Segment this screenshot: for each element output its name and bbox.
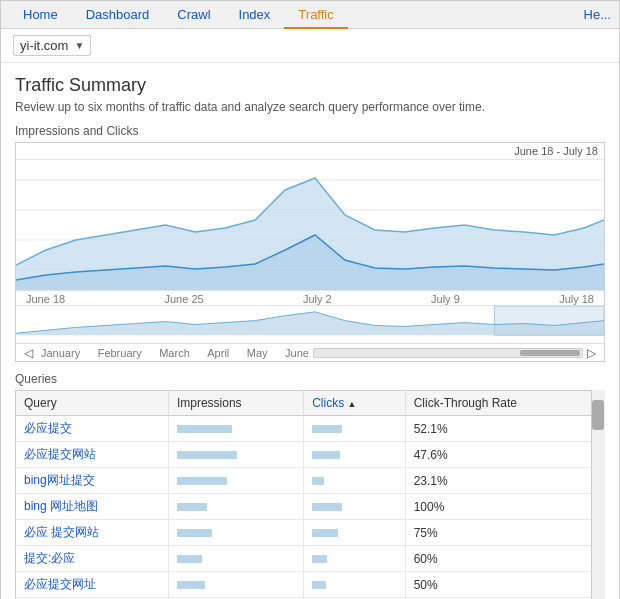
impressions-cell	[168, 442, 303, 468]
nav-chart[interactable]	[16, 305, 604, 343]
clicks-bar	[312, 581, 326, 589]
nav-label-feb: February	[98, 347, 142, 359]
site-selector-arrow: ▼	[74, 40, 84, 51]
query-link[interactable]: bing网址提交	[24, 473, 95, 487]
clicks-cell	[304, 494, 405, 520]
nav-home[interactable]: Home	[9, 1, 72, 29]
scroll-track[interactable]	[313, 348, 583, 358]
col-clicks[interactable]: Clicks ▲	[304, 391, 405, 416]
scroll-right-arrow[interactable]: ▷	[583, 345, 600, 361]
toolbar: yi-it.com ▼	[1, 29, 619, 63]
main-content: Traffic Summary Review up to six months …	[1, 63, 619, 599]
query-cell: 必应 提交网站	[16, 520, 169, 546]
clicks-cell	[304, 546, 405, 572]
table-scrollbar[interactable]	[591, 390, 605, 599]
impressions-cell	[168, 468, 303, 494]
queries-table: Query Impressions Clicks ▲ Click-Through…	[15, 390, 605, 599]
impressions-bar	[177, 477, 227, 485]
nav-dashboard[interactable]: Dashboard	[72, 1, 164, 29]
nav-crawl[interactable]: Crawl	[163, 1, 224, 29]
nav-chart-svg	[16, 306, 604, 343]
clicks-cell	[304, 572, 405, 598]
queries-table-wrapper: Query Impressions Clicks ▲ Click-Through…	[15, 390, 605, 599]
chart-date-range: June 18 - July 18	[16, 143, 604, 160]
query-link[interactable]: 必应提交网址	[24, 577, 96, 591]
query-cell: bing 网址地图	[16, 494, 169, 520]
page-description: Review up to six months of traffic data …	[15, 100, 605, 114]
site-name: yi-it.com	[20, 38, 68, 53]
table-row: 提交:必应60%	[16, 546, 605, 572]
impressions-bar	[177, 503, 207, 511]
ctr-cell: 50%	[405, 572, 604, 598]
col-impressions: Impressions	[168, 391, 303, 416]
ctr-cell: 23.1%	[405, 468, 604, 494]
chart-container: June 18 - July 18 June 18	[15, 142, 605, 362]
impressions-cell	[168, 416, 303, 442]
site-selector[interactable]: yi-it.com ▼	[13, 35, 91, 56]
ctr-cell: 100%	[405, 494, 604, 520]
clicks-cell	[304, 468, 405, 494]
query-cell: bing网址提交	[16, 468, 169, 494]
impressions-bar	[177, 581, 205, 589]
query-cell: 提交:必应	[16, 546, 169, 572]
queries-label: Queries	[15, 372, 605, 386]
nav-label-jan: January	[41, 347, 80, 359]
nav-label-mar: March	[159, 347, 190, 359]
clicks-bar	[312, 503, 342, 511]
clicks-cell	[304, 416, 405, 442]
nav-index[interactable]: Index	[225, 1, 285, 29]
query-link[interactable]: 必应提交网站	[24, 447, 96, 461]
impressions-cell	[168, 546, 303, 572]
impressions-bar	[177, 529, 212, 537]
query-cell: 必应提交网址	[16, 572, 169, 598]
nav-label-apr: April	[207, 347, 229, 359]
chart-x-labels: June 18 June 25 July 2 July 9 July 18	[16, 290, 604, 305]
impressions-cell	[168, 520, 303, 546]
top-navigation: Home Dashboard Crawl Index Traffic He...	[1, 1, 619, 29]
impressions-bar	[177, 425, 232, 433]
table-row: 必应提交52.1%	[16, 416, 605, 442]
scroll-left-arrow[interactable]: ◁	[20, 345, 37, 361]
clicks-bar	[312, 451, 340, 459]
clicks-bar	[312, 529, 338, 537]
col-ctr: Click-Through Rate	[405, 391, 604, 416]
table-row: 必应 提交网站75%	[16, 520, 605, 546]
x-label-3: July 9	[431, 293, 460, 305]
col-query: Query	[16, 391, 169, 416]
ctr-cell: 75%	[405, 520, 604, 546]
table-row: bing网址提交23.1%	[16, 468, 605, 494]
query-link[interactable]: 提交:必应	[24, 551, 75, 565]
clicks-bar	[312, 555, 327, 563]
table-scrollbar-thumb[interactable]	[592, 400, 604, 430]
main-chart-svg	[16, 160, 604, 290]
x-label-1: June 25	[164, 293, 203, 305]
table-row: 必应提交网址50%	[16, 572, 605, 598]
table-row: bing 网址地图100%	[16, 494, 605, 520]
table-header-row: Query Impressions Clicks ▲ Click-Through…	[16, 391, 605, 416]
clicks-bar	[312, 477, 324, 485]
ctr-cell: 52.1%	[405, 416, 604, 442]
scroll-thumb[interactable]	[520, 350, 580, 356]
nav-label-jun: June	[285, 347, 309, 359]
page-title: Traffic Summary	[15, 75, 605, 96]
impressions-bar	[177, 451, 237, 459]
query-link[interactable]: 必应提交	[24, 421, 72, 435]
x-label-2: July 2	[303, 293, 332, 305]
clicks-sort-arrow: ▲	[348, 399, 357, 409]
nav-scroll-row: ◁ January February March April May June …	[16, 343, 604, 361]
nav-label-may: May	[247, 347, 268, 359]
help-link[interactable]: He...	[584, 7, 611, 22]
query-cell: 必应提交网站	[16, 442, 169, 468]
clicks-bar	[312, 425, 342, 433]
nav-traffic[interactable]: Traffic	[284, 1, 347, 29]
query-link[interactable]: bing 网址地图	[24, 499, 98, 513]
ctr-cell: 47.6%	[405, 442, 604, 468]
impressions-cell	[168, 572, 303, 598]
impressions-bar	[177, 555, 202, 563]
x-label-4: July 18	[559, 293, 594, 305]
clicks-cell	[304, 442, 405, 468]
table-row: 必应提交网站47.6%	[16, 442, 605, 468]
x-label-0: June 18	[26, 293, 65, 305]
query-link[interactable]: 必应 提交网站	[24, 525, 99, 539]
main-chart[interactable]	[16, 160, 604, 290]
